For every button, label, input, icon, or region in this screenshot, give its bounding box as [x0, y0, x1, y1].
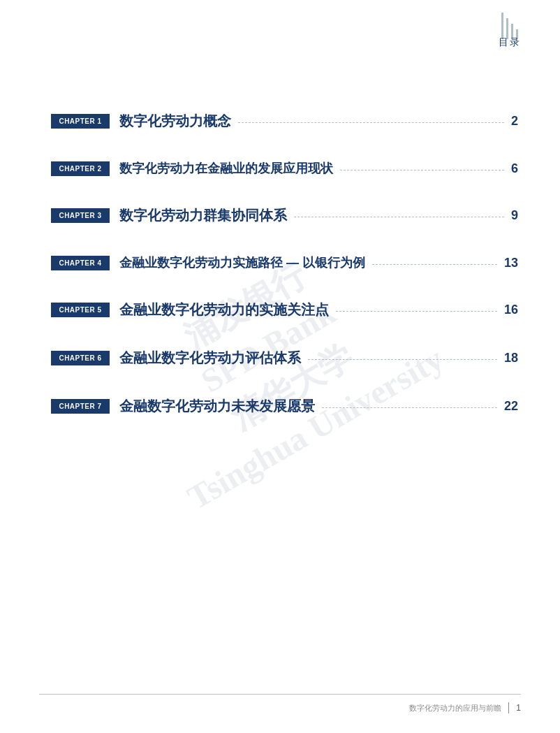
- dots-5: [336, 311, 497, 312]
- deco-line-1: [501, 13, 503, 39]
- page: 目录 浦发银行SPD Bank清华大学Tsinghua University C…: [0, 0, 560, 733]
- toc-item-7: CHAPTER 7金融数字化劳动力未来发展愿景22: [51, 397, 518, 416]
- page-num-5: 16: [504, 303, 518, 317]
- chapter-title-3: 数字化劳动力群集协同体系: [119, 206, 287, 225]
- toc-item-1: CHAPTER 1数字化劳动力概念2: [51, 112, 518, 131]
- dots-3: [294, 217, 504, 217]
- toc-item-5: CHAPTER 5金融业数字化劳动力的实施关注点16: [51, 300, 518, 319]
- page-num-3: 9: [511, 208, 518, 223]
- dots-6: [308, 359, 497, 360]
- header-label: 目录: [499, 36, 521, 49]
- dots-7: [322, 407, 497, 408]
- page-num-4: 13: [504, 256, 518, 270]
- chapter-title-5: 金融业数字化劳动力的实施关注点: [119, 300, 329, 319]
- toc-item-2: CHAPTER 2数字化劳动力在金融业的发展应用现状6: [51, 160, 518, 177]
- chapter-badge-2: CHAPTER 2: [51, 161, 110, 176]
- page-num-1: 2: [511, 114, 518, 129]
- top-decoration: [501, 13, 518, 39]
- chapter-title-2: 数字化劳动力在金融业的发展应用现状: [119, 160, 333, 177]
- toc-item-4: CHAPTER 4金融业数字化劳动力实施路径 — 以银行为例13: [51, 254, 518, 271]
- page-num-6: 18: [504, 351, 518, 365]
- chapter-title-6: 金融业数字化劳动力评估体系: [119, 349, 301, 368]
- footer: 数字化劳动力的应用与前瞻 1: [0, 702, 560, 713]
- chapter-badge-3: CHAPTER 3: [51, 208, 110, 223]
- chapter-badge-1: CHAPTER 1: [51, 114, 110, 129]
- chapter-title-7: 金融数字化劳动力未来发展愿景: [119, 397, 315, 416]
- chapter-badge-4: CHAPTER 4: [51, 256, 110, 270]
- chapter-title-4: 金融业数字化劳动力实施路径 — 以银行为例: [119, 254, 365, 271]
- dots-2: [340, 170, 504, 170]
- toc-item-6: CHAPTER 6金融业数字化劳动力评估体系18: [51, 349, 518, 368]
- page-num-2: 6: [511, 161, 518, 176]
- chapter-title-1: 数字化劳动力概念: [119, 112, 231, 131]
- chapter-badge-6: CHAPTER 6: [51, 351, 110, 365]
- toc-item-3: CHAPTER 3数字化劳动力群集协同体系9: [51, 206, 518, 225]
- bottom-line: [39, 694, 521, 695]
- footer-page-number: 1: [516, 703, 521, 713]
- chapter-badge-5: CHAPTER 5: [51, 303, 110, 317]
- footer-description: 数字化劳动力的应用与前瞻: [409, 703, 501, 713]
- footer-divider: [508, 702, 510, 713]
- chapter-badge-7: CHAPTER 7: [51, 399, 110, 414]
- dots-1: [238, 122, 504, 123]
- dots-4: [372, 264, 497, 265]
- page-num-7: 22: [504, 399, 518, 414]
- toc-area: CHAPTER 1数字化劳动力概念2CHAPTER 2数字化劳动力在金融业的发展…: [51, 112, 518, 445]
